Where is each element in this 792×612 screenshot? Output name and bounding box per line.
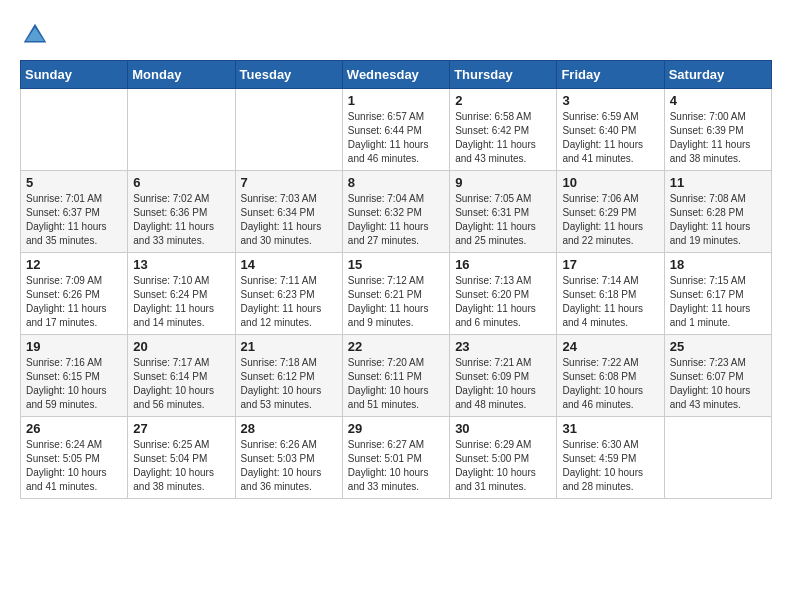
- page-header: [20, 20, 772, 50]
- day-number: 8: [348, 175, 444, 190]
- day-number: 4: [670, 93, 766, 108]
- day-number: 11: [670, 175, 766, 190]
- weekday-header-monday: Monday: [128, 61, 235, 89]
- calendar-cell: 12Sunrise: 7:09 AM Sunset: 6:26 PM Dayli…: [21, 253, 128, 335]
- calendar-cell: 13Sunrise: 7:10 AM Sunset: 6:24 PM Dayli…: [128, 253, 235, 335]
- day-info: Sunrise: 7:04 AM Sunset: 6:32 PM Dayligh…: [348, 192, 444, 248]
- calendar-cell: 9Sunrise: 7:05 AM Sunset: 6:31 PM Daylig…: [450, 171, 557, 253]
- logo-icon: [20, 20, 50, 50]
- day-number: 24: [562, 339, 658, 354]
- calendar-cell: [21, 89, 128, 171]
- weekday-header-thursday: Thursday: [450, 61, 557, 89]
- day-info: Sunrise: 7:10 AM Sunset: 6:24 PM Dayligh…: [133, 274, 229, 330]
- day-number: 28: [241, 421, 337, 436]
- weekday-header-saturday: Saturday: [664, 61, 771, 89]
- day-number: 21: [241, 339, 337, 354]
- day-number: 12: [26, 257, 122, 272]
- calendar-cell: 23Sunrise: 7:21 AM Sunset: 6:09 PM Dayli…: [450, 335, 557, 417]
- day-info: Sunrise: 7:00 AM Sunset: 6:39 PM Dayligh…: [670, 110, 766, 166]
- day-info: Sunrise: 7:21 AM Sunset: 6:09 PM Dayligh…: [455, 356, 551, 412]
- day-number: 18: [670, 257, 766, 272]
- weekday-header-friday: Friday: [557, 61, 664, 89]
- calendar-cell: 31Sunrise: 6:30 AM Sunset: 4:59 PM Dayli…: [557, 417, 664, 499]
- day-info: Sunrise: 7:05 AM Sunset: 6:31 PM Dayligh…: [455, 192, 551, 248]
- calendar-table: SundayMondayTuesdayWednesdayThursdayFrid…: [20, 60, 772, 499]
- calendar-cell: [235, 89, 342, 171]
- day-info: Sunrise: 7:16 AM Sunset: 6:15 PM Dayligh…: [26, 356, 122, 412]
- day-number: 10: [562, 175, 658, 190]
- weekday-header-sunday: Sunday: [21, 61, 128, 89]
- day-number: 7: [241, 175, 337, 190]
- day-number: 9: [455, 175, 551, 190]
- day-info: Sunrise: 7:08 AM Sunset: 6:28 PM Dayligh…: [670, 192, 766, 248]
- day-info: Sunrise: 6:24 AM Sunset: 5:05 PM Dayligh…: [26, 438, 122, 494]
- day-number: 30: [455, 421, 551, 436]
- day-info: Sunrise: 6:26 AM Sunset: 5:03 PM Dayligh…: [241, 438, 337, 494]
- calendar-cell: 11Sunrise: 7:08 AM Sunset: 6:28 PM Dayli…: [664, 171, 771, 253]
- day-number: 13: [133, 257, 229, 272]
- day-info: Sunrise: 7:18 AM Sunset: 6:12 PM Dayligh…: [241, 356, 337, 412]
- weekday-header-tuesday: Tuesday: [235, 61, 342, 89]
- calendar-cell: 27Sunrise: 6:25 AM Sunset: 5:04 PM Dayli…: [128, 417, 235, 499]
- day-info: Sunrise: 6:59 AM Sunset: 6:40 PM Dayligh…: [562, 110, 658, 166]
- day-number: 20: [133, 339, 229, 354]
- day-number: 27: [133, 421, 229, 436]
- day-info: Sunrise: 6:30 AM Sunset: 4:59 PM Dayligh…: [562, 438, 658, 494]
- calendar-cell: 25Sunrise: 7:23 AM Sunset: 6:07 PM Dayli…: [664, 335, 771, 417]
- day-number: 26: [26, 421, 122, 436]
- calendar-cell: 15Sunrise: 7:12 AM Sunset: 6:21 PM Dayli…: [342, 253, 449, 335]
- day-number: 17: [562, 257, 658, 272]
- day-info: Sunrise: 7:17 AM Sunset: 6:14 PM Dayligh…: [133, 356, 229, 412]
- calendar-cell: 5Sunrise: 7:01 AM Sunset: 6:37 PM Daylig…: [21, 171, 128, 253]
- calendar-cell: 26Sunrise: 6:24 AM Sunset: 5:05 PM Dayli…: [21, 417, 128, 499]
- day-number: 2: [455, 93, 551, 108]
- day-info: Sunrise: 7:01 AM Sunset: 6:37 PM Dayligh…: [26, 192, 122, 248]
- day-number: 1: [348, 93, 444, 108]
- day-info: Sunrise: 7:11 AM Sunset: 6:23 PM Dayligh…: [241, 274, 337, 330]
- day-info: Sunrise: 7:23 AM Sunset: 6:07 PM Dayligh…: [670, 356, 766, 412]
- calendar-cell: 30Sunrise: 6:29 AM Sunset: 5:00 PM Dayli…: [450, 417, 557, 499]
- calendar-cell: 7Sunrise: 7:03 AM Sunset: 6:34 PM Daylig…: [235, 171, 342, 253]
- calendar-cell: 1Sunrise: 6:57 AM Sunset: 6:44 PM Daylig…: [342, 89, 449, 171]
- calendar-cell: [128, 89, 235, 171]
- day-number: 29: [348, 421, 444, 436]
- day-info: Sunrise: 7:06 AM Sunset: 6:29 PM Dayligh…: [562, 192, 658, 248]
- day-number: 3: [562, 93, 658, 108]
- calendar-cell: 17Sunrise: 7:14 AM Sunset: 6:18 PM Dayli…: [557, 253, 664, 335]
- logo: [20, 20, 54, 50]
- day-number: 5: [26, 175, 122, 190]
- day-number: 25: [670, 339, 766, 354]
- day-info: Sunrise: 7:15 AM Sunset: 6:17 PM Dayligh…: [670, 274, 766, 330]
- calendar-cell: [664, 417, 771, 499]
- calendar-cell: 21Sunrise: 7:18 AM Sunset: 6:12 PM Dayli…: [235, 335, 342, 417]
- calendar-cell: 2Sunrise: 6:58 AM Sunset: 6:42 PM Daylig…: [450, 89, 557, 171]
- day-number: 6: [133, 175, 229, 190]
- day-info: Sunrise: 7:14 AM Sunset: 6:18 PM Dayligh…: [562, 274, 658, 330]
- day-info: Sunrise: 6:57 AM Sunset: 6:44 PM Dayligh…: [348, 110, 444, 166]
- calendar-cell: 19Sunrise: 7:16 AM Sunset: 6:15 PM Dayli…: [21, 335, 128, 417]
- day-number: 23: [455, 339, 551, 354]
- day-number: 22: [348, 339, 444, 354]
- day-info: Sunrise: 6:58 AM Sunset: 6:42 PM Dayligh…: [455, 110, 551, 166]
- calendar-cell: 3Sunrise: 6:59 AM Sunset: 6:40 PM Daylig…: [557, 89, 664, 171]
- day-info: Sunrise: 6:29 AM Sunset: 5:00 PM Dayligh…: [455, 438, 551, 494]
- weekday-header-wednesday: Wednesday: [342, 61, 449, 89]
- calendar-cell: 8Sunrise: 7:04 AM Sunset: 6:32 PM Daylig…: [342, 171, 449, 253]
- calendar-cell: 10Sunrise: 7:06 AM Sunset: 6:29 PM Dayli…: [557, 171, 664, 253]
- day-info: Sunrise: 7:02 AM Sunset: 6:36 PM Dayligh…: [133, 192, 229, 248]
- day-number: 15: [348, 257, 444, 272]
- calendar-cell: 22Sunrise: 7:20 AM Sunset: 6:11 PM Dayli…: [342, 335, 449, 417]
- calendar-cell: 28Sunrise: 6:26 AM Sunset: 5:03 PM Dayli…: [235, 417, 342, 499]
- calendar-cell: 4Sunrise: 7:00 AM Sunset: 6:39 PM Daylig…: [664, 89, 771, 171]
- day-info: Sunrise: 7:03 AM Sunset: 6:34 PM Dayligh…: [241, 192, 337, 248]
- day-info: Sunrise: 6:25 AM Sunset: 5:04 PM Dayligh…: [133, 438, 229, 494]
- day-info: Sunrise: 7:13 AM Sunset: 6:20 PM Dayligh…: [455, 274, 551, 330]
- calendar-cell: 6Sunrise: 7:02 AM Sunset: 6:36 PM Daylig…: [128, 171, 235, 253]
- calendar-cell: 14Sunrise: 7:11 AM Sunset: 6:23 PM Dayli…: [235, 253, 342, 335]
- day-info: Sunrise: 6:27 AM Sunset: 5:01 PM Dayligh…: [348, 438, 444, 494]
- day-number: 31: [562, 421, 658, 436]
- day-info: Sunrise: 7:20 AM Sunset: 6:11 PM Dayligh…: [348, 356, 444, 412]
- day-number: 16: [455, 257, 551, 272]
- day-info: Sunrise: 7:12 AM Sunset: 6:21 PM Dayligh…: [348, 274, 444, 330]
- day-number: 19: [26, 339, 122, 354]
